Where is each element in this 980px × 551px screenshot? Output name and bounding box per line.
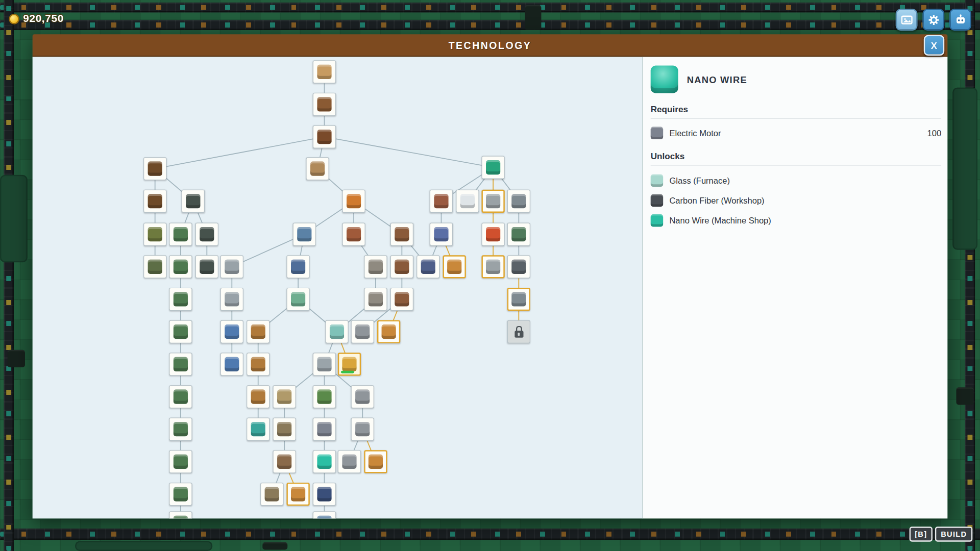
tech-node-wood-plank[interactable] — [313, 60, 336, 83]
tech-node-turbine[interactable] — [313, 483, 336, 506]
tech-node-blast-furnace[interactable] — [390, 255, 413, 278]
tech-node-chemical-plant[interactable] — [416, 255, 439, 278]
tech-node-solar-panel[interactable] — [169, 450, 192, 473]
tech-node-smelter[interactable] — [342, 223, 365, 246]
tech-node-electric-motor[interactable] — [313, 418, 336, 441]
tech-node-metal-plate[interactable] — [351, 385, 374, 408]
tech-node-solar-panel[interactable] — [169, 418, 192, 441]
tech-node-log-stack[interactable] — [143, 190, 166, 213]
turbine-icon — [317, 487, 331, 501]
tech-node-crane-arm[interactable] — [247, 385, 270, 408]
tech-node-forge[interactable] — [390, 288, 413, 311]
tech-node-hydraulic-arm[interactable] — [247, 418, 270, 441]
tech-node-advanced-press[interactable] — [507, 288, 530, 311]
tech-node-green-roof-hut[interactable] — [169, 223, 192, 246]
tech-node-alloy-plate[interactable] — [338, 450, 361, 473]
tech-node-solar-panel[interactable] — [169, 385, 192, 408]
tech-node-snowman[interactable] — [456, 190, 479, 213]
tech-node-locked-tech[interactable] — [507, 320, 530, 343]
tech-node-stamping-machine[interactable] — [364, 255, 387, 278]
electric-motor-icon — [317, 422, 331, 436]
tech-node-brick-building[interactable] — [430, 190, 453, 213]
motor-assembly-icon — [277, 455, 291, 469]
tech-node-shelter[interactable] — [182, 190, 205, 213]
tech-node-blue-workshop[interactable] — [430, 223, 453, 246]
tech-node-clay-furnace[interactable] — [342, 190, 365, 213]
robots-button[interactable] — [949, 9, 971, 31]
tech-node-palm-tree[interactable] — [481, 156, 504, 179]
tech-node-robot-dog[interactable] — [377, 320, 400, 343]
tech-node-robotic-arm[interactable] — [247, 320, 270, 343]
solar-panel-icon — [174, 260, 188, 274]
unlock-name: Carbon Fiber (Workshop) — [669, 196, 764, 205]
tech-node-glass-sheet[interactable] — [286, 288, 309, 311]
brick-building-icon — [434, 194, 448, 208]
tech-node-kiln[interactable] — [390, 223, 413, 246]
rope-coil-icon — [310, 162, 325, 176]
tech-node-big-tank[interactable] — [220, 288, 243, 311]
close-button[interactable]: X — [924, 35, 944, 56]
tech-node-wood-gear[interactable] — [313, 93, 336, 116]
photo-icon — [900, 13, 913, 26]
tech-node-water-tank[interactable] — [220, 255, 243, 278]
solar-panel-icon — [174, 487, 188, 501]
tech-node-robot-dog[interactable] — [443, 255, 466, 278]
tech-node-solar-panel[interactable] — [169, 511, 192, 518]
tech-node-cooler-box[interactable] — [286, 255, 309, 278]
tech-node-dark-tent[interactable] — [195, 223, 218, 246]
robot-dog-icon — [291, 487, 305, 501]
tech-node-cooling-plates[interactable] — [325, 320, 348, 343]
tech-node-water-pump[interactable] — [293, 223, 316, 246]
camo-pack-icon — [148, 260, 162, 274]
tech-node-solar-panel[interactable] — [169, 483, 192, 506]
tech-node-grinder[interactable] — [351, 320, 374, 343]
tech-node-solar-panel[interactable] — [169, 320, 192, 343]
tech-node-robot-dog[interactable] — [364, 450, 387, 473]
tech-node-blue-barrel[interactable] — [220, 320, 243, 343]
tech-node-dark-press[interactable] — [507, 255, 530, 278]
tech-node-robotic-arm[interactable] — [247, 353, 270, 375]
stone-icon — [486, 194, 500, 208]
tech-node-solar-panel[interactable] — [169, 353, 192, 375]
tech-node-metal-press[interactable] — [507, 190, 530, 213]
tech-node-workbench[interactable] — [313, 126, 336, 148]
log-stack-icon — [148, 194, 162, 208]
tech-node-nano-wire[interactable] — [313, 450, 336, 473]
tech-node-green-machine[interactable] — [507, 223, 530, 246]
requirement-amount: 100 — [927, 129, 941, 138]
tech-node-motor-assembly[interactable] — [273, 450, 296, 473]
tech-node-leather-pack[interactable] — [143, 223, 166, 246]
tech-node-circuit-board[interactable] — [273, 385, 296, 408]
snowman-icon — [460, 194, 475, 208]
tech-node-storage-tent[interactable] — [195, 255, 218, 278]
build-button[interactable]: BUILD — [935, 527, 972, 541]
alloy-plate-icon — [342, 455, 356, 469]
tech-node-steel-plate[interactable] — [351, 418, 374, 441]
requires-heading: Requires — [651, 104, 941, 114]
tech-node-solar-panel[interactable] — [169, 288, 192, 311]
tech-node-traffic-cone[interactable] — [481, 223, 504, 246]
tech-node-log-pile[interactable] — [143, 157, 166, 180]
tech-node-stone[interactable] — [481, 190, 504, 213]
tech-node-chem-barrel[interactable] — [220, 353, 243, 375]
settings-button[interactable] — [922, 9, 944, 31]
tech-node-camo-pack[interactable] — [143, 255, 166, 278]
tech-node-assembler[interactable] — [364, 288, 387, 311]
tech-node-machine-shop[interactable] — [338, 353, 361, 375]
tech-node-gearbox[interactable] — [273, 418, 296, 441]
chemical-plant-icon — [421, 260, 435, 274]
blue-barrel-icon — [225, 324, 239, 339]
tech-node-rope-coil[interactable] — [306, 157, 329, 180]
tech-node-green-drum[interactable] — [313, 385, 336, 408]
tech-node-robot-dog[interactable] — [286, 483, 309, 506]
screenshot-button[interactable] — [896, 9, 918, 31]
dark-press-icon — [511, 260, 526, 274]
tech-node-drone-parts[interactable] — [260, 483, 283, 506]
tech-node-steel-beams[interactable] — [313, 353, 336, 375]
robot-dog-icon — [369, 455, 383, 469]
tech-node-solar-panel[interactable] — [169, 255, 192, 278]
detail-panel: NANO WIRE Requires Electric Motor 100 Un… — [643, 57, 948, 518]
tech-node-concrete-slab[interactable] — [481, 255, 504, 278]
tech-tree[interactable] — [33, 57, 643, 518]
tech-node-water-pump[interactable] — [313, 511, 336, 518]
